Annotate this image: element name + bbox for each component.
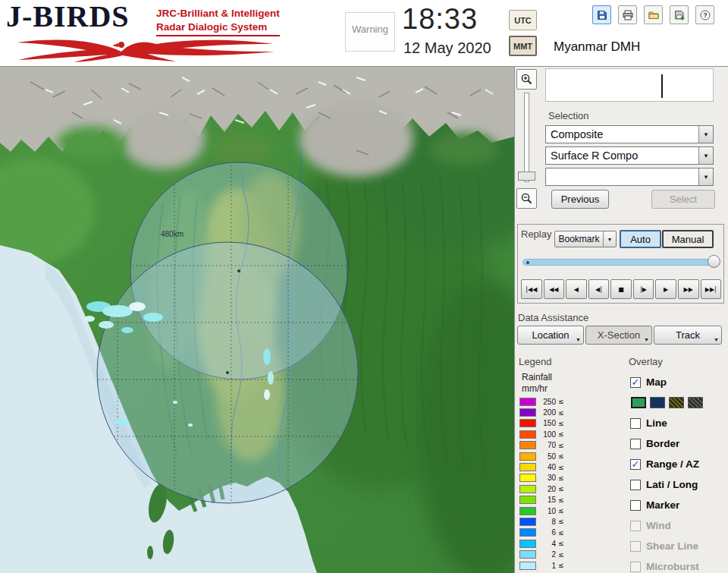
legend-row: 100≤ — [519, 429, 588, 439]
unchecked-checkbox[interactable] — [630, 439, 641, 449]
x-section-button[interactable]: X-Section ▼ — [585, 326, 652, 345]
composite-dropdown[interactable]: Composite ▼ — [545, 125, 714, 143]
open-folder-icon — [648, 9, 660, 21]
svg-text:?: ? — [703, 11, 708, 19]
print-button[interactable] — [618, 5, 637, 24]
legend-unit: Rainfall mm/hr — [522, 372, 552, 395]
legend-value: 250 — [538, 398, 556, 406]
bookmark-button[interactable]: Bookmark — [555, 231, 603, 247]
replay-slider-track[interactable] — [522, 259, 718, 266]
overlay-item-marker[interactable]: Marker — [630, 495, 727, 515]
unchecked-checkbox[interactable] — [630, 480, 641, 490]
unchecked-checkbox[interactable] — [630, 418, 641, 429]
overlay-item-range-az[interactable]: ✓Range / AZ — [630, 454, 727, 474]
map-style-swatch-3[interactable] — [669, 397, 684, 408]
overlay-item-shear-line: Shear Line — [630, 536, 727, 556]
map-style-swatch-1[interactable] — [631, 397, 646, 408]
playback-fast-forward-button[interactable]: ▶▶ — [678, 279, 699, 299]
playback-play-button[interactable]: ▶ — [655, 279, 676, 299]
zoom-in-icon — [520, 73, 533, 86]
track-button[interactable]: Track ▼ — [654, 326, 722, 345]
zoom-slider-track[interactable] — [524, 93, 529, 182]
legend-lte-symbol: ≤ — [558, 420, 564, 427]
legend-row: 50≤ — [519, 451, 588, 461]
mmt-button[interactable]: MMT — [509, 36, 537, 56]
replay-timeline-slider[interactable] — [522, 255, 718, 269]
legend-lte-symbol: ≤ — [558, 464, 564, 471]
legend-color-swatch — [519, 518, 536, 526]
legend-lte-symbol: ≤ — [558, 430, 564, 438]
checked-checkbox[interactable]: ✓ — [630, 459, 641, 470]
overlay-item-label: Shear Line — [646, 540, 698, 552]
legend-color-swatch — [519, 463, 536, 471]
save-button[interactable] — [592, 5, 611, 24]
legend-lte-symbol: ≤ — [558, 409, 564, 417]
playback-fast-rewind-button[interactable]: ◀◀ — [544, 279, 565, 299]
playback-stop-button[interactable]: ■ — [610, 279, 632, 299]
bookmark-split-button[interactable]: Bookmark ▼ — [554, 231, 617, 247]
legend-value: 4 — [538, 540, 556, 548]
chevron-down-icon[interactable]: ▼ — [698, 168, 713, 185]
help-button[interactable]: ? — [695, 5, 714, 24]
playback-to-start-button[interactable]: |◀◀ — [521, 279, 542, 299]
legend-lte-symbol: ≤ — [558, 474, 564, 482]
chevron-down-icon[interactable]: ▼ — [603, 231, 616, 247]
legend-color-swatch — [519, 441, 536, 449]
toolbar: ? — [592, 5, 714, 24]
save-icon — [596, 9, 608, 21]
select-button: Select — [651, 190, 715, 209]
print-icon — [622, 9, 634, 21]
product-text-field[interactable] — [545, 68, 714, 102]
legend-lte-symbol: ≤ — [558, 507, 564, 515]
empty-dropdown[interactable]: ▼ — [545, 168, 714, 186]
overlay-item-lati-long[interactable]: Lati / Long — [630, 474, 727, 495]
overlay-checklist: ✓MapLineBorder✓Range / AZLati / LongMark… — [630, 372, 727, 573]
playback-step-back-button[interactable]: ◀| — [588, 279, 610, 299]
map-style-swatch-2[interactable] — [650, 397, 665, 408]
zoom-out-button[interactable] — [516, 188, 537, 209]
product-dropdown-value: Surface R Compo — [551, 150, 638, 162]
overlay-item-border[interactable]: Border — [630, 433, 727, 454]
legend-lte-symbol: ≤ — [558, 442, 564, 449]
location-button[interactable]: Location ▼ — [517, 326, 584, 345]
zoom-out-icon — [520, 192, 533, 205]
playback-step-forward-button[interactable]: |▶ — [633, 279, 654, 299]
replay-slider-thumb[interactable] — [708, 255, 720, 268]
warning-button[interactable]: Warning — [345, 12, 395, 52]
legend-value: 40 — [538, 463, 556, 471]
playback-to-end-button[interactable]: ▶▶| — [701, 279, 722, 299]
jbirds-logo: J-BIRDS JRC-Brilliant & Intelligent Rada… — [6, 2, 288, 65]
replay-group: Replay Bookmark ▼ Auto Manual |◀◀◀◀◀◀|■|… — [517, 224, 724, 304]
chevron-down-icon[interactable]: ▼ — [698, 126, 713, 143]
chevron-down-icon: ▼ — [714, 337, 719, 342]
legend-value: 30 — [538, 474, 556, 482]
open-folder-button[interactable] — [644, 5, 663, 24]
overlay-item-label: Line — [646, 417, 667, 429]
checked-checkbox[interactable]: ✓ — [630, 377, 641, 388]
previous-button[interactable]: Previous — [551, 190, 609, 209]
manual-button[interactable]: Manual — [662, 230, 714, 248]
overlay-item-map[interactable]: ✓Map — [630, 372, 727, 392]
radar-map[interactable]: 480km — [0, 67, 514, 573]
unchecked-checkbox[interactable] — [630, 500, 641, 511]
legend-lte-symbol: ≤ — [558, 518, 564, 525]
overlay-item-label: Marker — [646, 499, 679, 511]
legend-value: 10 — [538, 507, 556, 515]
overlay-item-label: Microburst — [646, 561, 699, 572]
product-dropdown[interactable]: Surface R Compo ▼ — [545, 146, 714, 165]
map-style-swatch-4[interactable] — [688, 397, 703, 408]
export-image-button[interactable] — [670, 5, 689, 24]
control-panel: Selection Composite ▼ Surface R Compo ▼ … — [514, 67, 728, 573]
chevron-down-icon[interactable]: ▼ — [698, 147, 713, 164]
zoom-slider-thumb[interactable] — [518, 172, 535, 181]
auto-button[interactable]: Auto — [620, 230, 661, 248]
legend-row: 2≤ — [519, 549, 588, 559]
legend-color-swatch — [519, 398, 536, 406]
overlay-item-line[interactable]: Line — [630, 413, 727, 433]
legend-row: 8≤ — [519, 516, 588, 527]
legend-value: 100 — [538, 430, 556, 439]
legend-lte-symbol: ≤ — [558, 485, 564, 493]
utc-button[interactable]: UTC — [509, 10, 537, 30]
playback-play-reverse-button[interactable]: ◀ — [566, 279, 587, 299]
zoom-in-button[interactable] — [516, 69, 537, 90]
